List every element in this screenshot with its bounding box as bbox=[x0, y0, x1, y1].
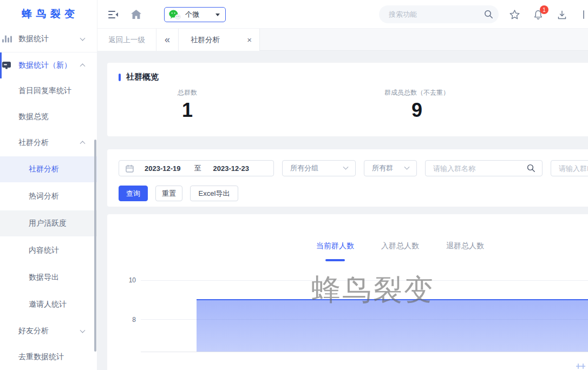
collapse-menu-icon[interactable] bbox=[108, 10, 119, 19]
y-axis-tick-10: 10 bbox=[114, 276, 136, 284]
notification-badge: 1 bbox=[540, 5, 548, 14]
reset-button[interactable]: 重置 bbox=[155, 186, 182, 201]
monitor-icon bbox=[2, 62, 11, 69]
chart-tab-left-total[interactable]: 退群总人数 bbox=[446, 238, 484, 253]
sidebar-item-data-overview[interactable]: 数据总览 bbox=[0, 104, 97, 130]
tab-label: 社群分析 bbox=[191, 35, 220, 45]
home-icon[interactable] bbox=[131, 10, 141, 19]
group-name-search bbox=[425, 160, 543, 176]
community-overview-card: 社群概览 总群数 1 群成员总数（不去重） 9 bbox=[107, 63, 588, 136]
group-name-input[interactable] bbox=[433, 164, 527, 173]
sidebar-item-data-stats-new[interactable]: 数据统计（新） bbox=[0, 52, 97, 78]
tab-bar: 返回上一级 « 社群分析 × bbox=[97, 29, 588, 51]
date-end: 2023-12-23 bbox=[213, 164, 250, 173]
date-range-picker[interactable]: 2023-12-19 至 2023-12-23 bbox=[119, 160, 274, 176]
channel-label: 个微 bbox=[185, 10, 215, 19]
x-axis-line bbox=[141, 352, 588, 352]
search-icon bbox=[527, 164, 535, 173]
search-input[interactable] bbox=[389, 10, 484, 18]
group-id-input[interactable] bbox=[559, 164, 588, 173]
chart-card: 当前群人数 入群总人数 退群总人数 10 8 蜂鸟裂变 bbox=[107, 214, 588, 370]
back-to-parent-button[interactable]: 返回上一级 bbox=[97, 29, 156, 51]
filters-card: 2023-12-19 至 2023-12-23 所有分组 所有群 bbox=[107, 149, 588, 207]
group-id-search bbox=[551, 160, 588, 176]
sidebar-item-inviter-stats[interactable]: 邀请人统计 bbox=[0, 292, 97, 318]
star-icon[interactable] bbox=[509, 10, 520, 19]
download-icon[interactable] bbox=[557, 10, 567, 19]
chevron-up-icon bbox=[80, 63, 86, 69]
bar-chart-icon bbox=[2, 35, 12, 43]
sidebar: 蜂 鸟 裂 变 数据统计 数据统计（新） 首日回复率统计 数据总览 社群分析 bbox=[0, 0, 97, 370]
app-window: 蜂 鸟 裂 变 数据统计 数据统计（新） 首日回复率统计 数据总览 社群分析 bbox=[0, 0, 588, 370]
sidebar-scrollbar[interactable] bbox=[94, 140, 96, 352]
y-axis-tick-8: 8 bbox=[114, 316, 136, 323]
topbar: 个微 1 bbox=[97, 0, 588, 29]
area-series-current-members bbox=[197, 299, 588, 352]
sidebar-item-label: 数据统计 bbox=[18, 34, 49, 44]
chevron-down-icon bbox=[80, 36, 86, 41]
chevron-down-icon bbox=[343, 164, 349, 169]
function-search bbox=[379, 5, 499, 23]
stat-total-members: 群成员总数（不去重） 9 bbox=[363, 88, 471, 121]
caret-down-icon bbox=[215, 14, 220, 16]
resize-handle-icon[interactable] bbox=[576, 364, 585, 370]
active-indicator bbox=[0, 52, 2, 78]
sidebar-item-dedup-stats[interactable]: 去重数据统计 bbox=[0, 344, 97, 370]
gridline bbox=[141, 280, 588, 281]
channel-select[interactable]: 个微 bbox=[164, 7, 226, 22]
sidebar-item-community-analysis[interactable]: 社群分析 bbox=[0, 156, 97, 182]
sidebar-item-data-stats[interactable]: 数据统计 bbox=[0, 26, 97, 52]
group-filter-select[interactable]: 所有分组 bbox=[282, 160, 356, 176]
card-title-text: 社群概览 bbox=[126, 72, 159, 82]
filter-buttons: 查询 重置 Excel导出 bbox=[119, 186, 238, 201]
topbar-divider bbox=[583, 10, 584, 19]
query-button[interactable]: 查询 bbox=[119, 186, 148, 201]
sidebar-item-friend-analysis[interactable]: 好友分析 bbox=[0, 318, 97, 344]
title-accent-bar bbox=[119, 74, 121, 81]
chart-tab-joined-total[interactable]: 入群总人数 bbox=[381, 238, 419, 253]
brand-logo: 蜂 鸟 裂 变 bbox=[0, 7, 97, 21]
sidebar-item-label: 数据统计（新） bbox=[18, 61, 71, 70]
date-start: 2023-12-19 bbox=[145, 164, 181, 173]
card-title: 社群概览 bbox=[119, 72, 159, 82]
stat-total-groups: 总群数 1 bbox=[133, 88, 241, 121]
sidebar-item-community-analysis-parent[interactable]: 社群分析 bbox=[0, 130, 97, 156]
sidebar-item-user-activity[interactable]: 用户活跃度 bbox=[0, 210, 97, 236]
chevron-down-icon bbox=[404, 164, 410, 169]
sidebar-item-data-export[interactable]: 数据导出 bbox=[0, 265, 97, 290]
chart-tab-current-members[interactable]: 当前群人数 bbox=[316, 238, 354, 253]
sidebar-item-content-stats[interactable]: 内容统计 bbox=[0, 237, 97, 263]
excel-export-button[interactable]: Excel导出 bbox=[190, 186, 238, 201]
sidebar-item-hot-words[interactable]: 热词分析 bbox=[0, 183, 97, 209]
collapse-tabs-icon[interactable]: « bbox=[156, 29, 179, 51]
chart-legend-tabs: 当前群人数 入群总人数 退群总人数 bbox=[316, 238, 484, 253]
wechat-icon bbox=[169, 10, 181, 20]
filter-row: 2023-12-19 至 2023-12-23 所有分组 所有群 bbox=[119, 160, 588, 176]
sidebar-item-first-day-reply-rate[interactable]: 首日回复率统计 bbox=[0, 78, 97, 104]
chevron-down-icon bbox=[80, 328, 86, 333]
tab-community-analysis[interactable]: 社群分析 × bbox=[179, 29, 260, 51]
calendar-icon bbox=[126, 164, 134, 173]
main-content: 社群概览 总群数 1 群成员总数（不去重） 9 2023-12-19 至 bbox=[97, 51, 588, 370]
date-separator: 至 bbox=[194, 163, 201, 173]
search-icon bbox=[484, 10, 493, 19]
chevron-up-icon bbox=[80, 141, 86, 146]
close-tab-icon[interactable]: × bbox=[247, 35, 252, 44]
chat-filter-select[interactable]: 所有群 bbox=[364, 160, 417, 176]
